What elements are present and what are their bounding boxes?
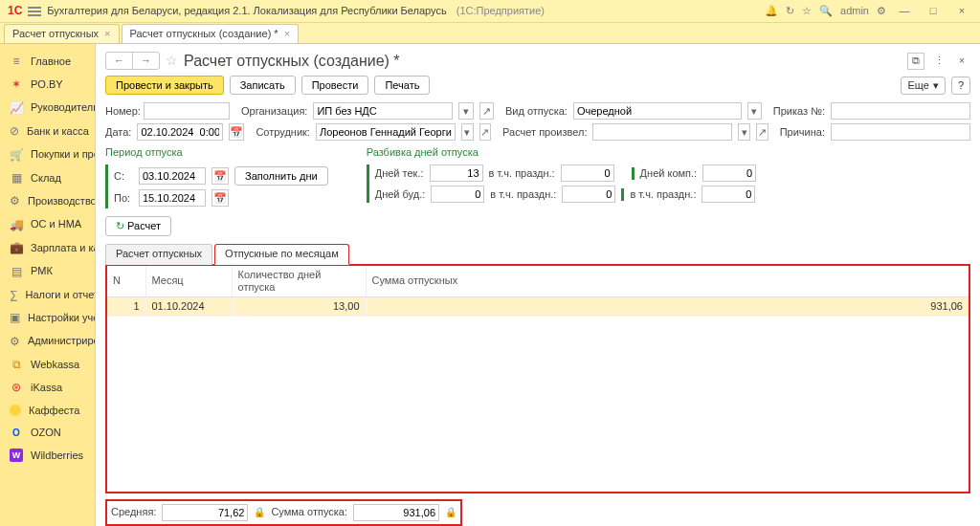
calc-by-field[interactable]	[592, 123, 732, 141]
window-tab[interactable]: Расчет отпускных ×	[4, 24, 120, 43]
col-sum[interactable]: Сумма отпускных	[366, 266, 969, 297]
hamburger-icon[interactable]	[28, 7, 41, 16]
dropdown-icon[interactable]: ▾	[458, 102, 473, 120]
nav-item-wildberries[interactable]: WWildberries	[0, 444, 95, 467]
col-days[interactable]: Количество дней отпуска	[232, 266, 366, 297]
nav-item-sales[interactable]: 🛒Покупки и продажи	[0, 143, 95, 166]
search-icon[interactable]: 🔍	[819, 5, 833, 17]
nav-item-taxes[interactable]: ∑Налоги и отчетность	[0, 283, 95, 306]
calendar-icon[interactable]: 📅	[229, 123, 244, 141]
label-date: Дата:	[105, 126, 131, 139]
minimize-button[interactable]: —	[894, 5, 915, 17]
nav-item-main[interactable]: ≡Главное	[0, 50, 95, 73]
nav-item-stock[interactable]: ▦Склад	[0, 166, 95, 189]
nav-item-ozon[interactable]: OOZON	[0, 422, 95, 444]
open-ref-icon[interactable]: ↗	[479, 123, 492, 141]
label-vtp: в т.ч. праздн.:	[489, 167, 555, 180]
open-ref-icon[interactable]: ↗	[479, 102, 494, 120]
form-menu-icon[interactable]: ⋮	[930, 53, 947, 70]
period-to-field[interactable]	[139, 189, 206, 207]
nav-label: Покупки и продажи	[31, 148, 96, 161]
nav-label: PO.BY	[31, 78, 63, 91]
back-button[interactable]: ←	[106, 53, 132, 69]
window-tab[interactable]: Расчет отпускных (создание) * ×	[122, 24, 300, 43]
settings-icon[interactable]: ⚙	[877, 5, 886, 17]
holidays-future-field[interactable]	[562, 186, 615, 203]
close-button[interactable]: ×	[951, 5, 972, 17]
vacation-type-field[interactable]	[573, 102, 742, 120]
nav-label: Банк и касса	[27, 125, 89, 138]
nav-item-admin[interactable]: ⚙Администрирование	[0, 330, 95, 353]
nav-item-bank[interactable]: ⊘Банк и касса	[0, 120, 95, 142]
post-and-close-button[interactable]: Провести и закрыть	[105, 76, 224, 95]
detach-window-icon[interactable]: ⧉	[907, 53, 924, 70]
print-button[interactable]: Печать	[374, 76, 430, 95]
post-button[interactable]: Провести	[301, 76, 369, 95]
calendar-icon[interactable]: 📅	[212, 189, 229, 207]
maximize-button[interactable]: □	[923, 5, 944, 17]
favorite-icon[interactable]: ☆	[166, 53, 178, 69]
holidays-comp-field[interactable]	[702, 186, 755, 203]
bank-icon: ⊘	[10, 124, 19, 138]
nav-item-webkassa[interactable]: ⧉Webkassa	[0, 353, 95, 376]
dropdown-icon[interactable]: ▾	[738, 123, 750, 141]
tab-close-icon[interactable]: ×	[104, 28, 110, 40]
date-field[interactable]	[137, 123, 223, 141]
totals-bar: Средняя: 🔒 Сумма отпуска: 🔒	[105, 499, 462, 526]
nav-item-manager[interactable]: 📈Руководителю	[0, 97, 95, 120]
cell-month: 01.10.2024	[145, 296, 232, 316]
holidays-current-field[interactable]	[561, 164, 614, 182]
tab-close-icon[interactable]: ×	[284, 28, 290, 40]
label-calcby: Расчет произвел:	[502, 126, 587, 139]
label-avg: Средняя:	[111, 506, 156, 518]
platform-label: (1С:Предприятие)	[457, 5, 545, 17]
nav-item-kaffesta[interactable]: Каффеста	[0, 400, 95, 422]
history-icon[interactable]: ↻	[786, 5, 794, 17]
more-button[interactable]: Еще▾	[901, 77, 945, 95]
star-icon[interactable]: ☆	[802, 5, 812, 17]
fill-days-button[interactable]: Заполнить дни	[234, 166, 328, 186]
calculate-button[interactable]: ↻ Расчет	[105, 216, 171, 236]
form-close-icon[interactable]: ×	[953, 53, 970, 70]
nav-item-ikassa[interactable]: ⊛iKassa	[0, 376, 95, 399]
employee-field[interactable]	[316, 123, 456, 141]
open-ref-icon[interactable]: ↗	[756, 123, 768, 141]
nav-item-poby[interactable]: ✶PO.BY	[0, 73, 95, 96]
nav-item-settings[interactable]: ▣Настройки учета	[0, 306, 95, 329]
help-button[interactable]: ?	[951, 77, 970, 95]
nav-item-assets[interactable]: 🚚ОС и НМА	[0, 213, 95, 236]
bell-icon[interactable]: 🔔	[765, 5, 778, 17]
nav-label: Каффеста	[29, 405, 79, 417]
table-row[interactable]: 1 01.10.2024 13,00 931,06	[107, 296, 969, 316]
organization-field[interactable]	[313, 102, 453, 120]
ozon-icon: O	[10, 427, 23, 439]
inner-tab-months[interactable]: Отпускные по месяцам	[214, 244, 349, 264]
avg-field[interactable]	[162, 504, 248, 521]
nav-item-payroll[interactable]: 💼Зарплата и кадры	[0, 236, 95, 259]
days-future-field[interactable]	[431, 186, 484, 203]
pos-icon: ▤	[10, 265, 23, 278]
nav-item-production[interactable]: ⚙Производство	[0, 189, 95, 212]
reason-field[interactable]	[831, 123, 970, 141]
forward-button[interactable]: →	[132, 53, 159, 69]
period-from-field[interactable]	[139, 167, 206, 185]
dropdown-icon[interactable]: ▾	[747, 102, 762, 120]
calendar-icon[interactable]: 📅	[212, 167, 229, 185]
days-comp-field[interactable]	[702, 164, 756, 182]
inner-tab-calc[interactable]: Расчет отпускных	[105, 244, 212, 264]
logo-1c: 1C	[8, 4, 22, 17]
col-month[interactable]: Месяц	[145, 266, 232, 297]
section-break-title: Разбивка дней отпуска	[367, 146, 756, 159]
col-n[interactable]: N	[107, 266, 145, 297]
number-field[interactable]	[144, 102, 230, 120]
order-number-field[interactable]	[831, 102, 970, 120]
total-sum-field[interactable]	[353, 504, 439, 521]
kaffesta-icon	[10, 405, 21, 416]
refresh-icon: ↻	[116, 220, 124, 231]
days-current-field[interactable]	[430, 164, 483, 182]
settings-icon: ▣	[10, 311, 20, 324]
nav-item-rmk[interactable]: ▤РМК	[0, 260, 95, 283]
save-button[interactable]: Записать	[230, 76, 296, 95]
dropdown-icon[interactable]: ▾	[461, 123, 474, 141]
warehouse-icon: ▦	[10, 171, 23, 185]
